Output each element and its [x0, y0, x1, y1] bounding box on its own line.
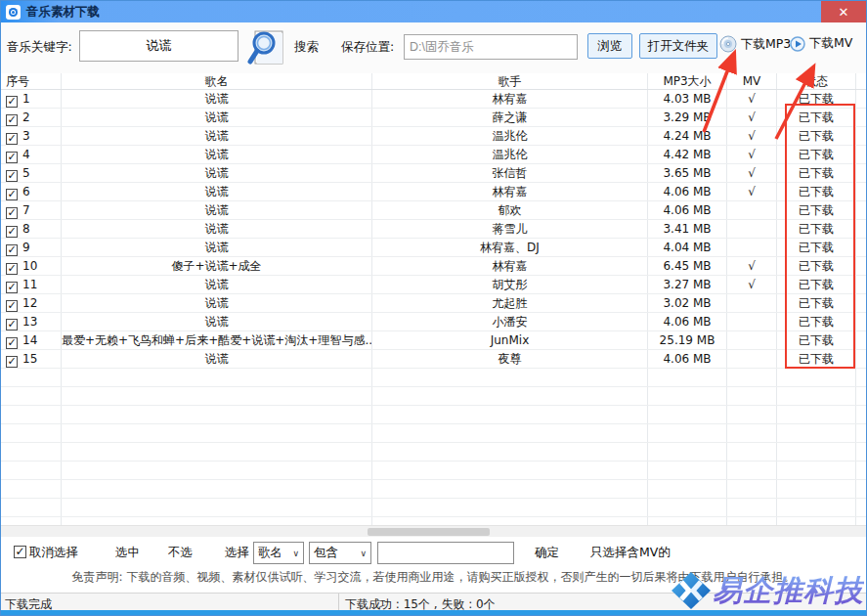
size-cell: 4.24 MB [648, 127, 727, 145]
row-checkbox[interactable]: ✓ [6, 114, 18, 126]
table-row[interactable]: ✓10傻子+说谎+成全林宥嘉6.45 MB√已下载 [1, 257, 867, 276]
status-cell: 已下载 [777, 164, 856, 182]
header-singer[interactable]: 歌手 [372, 73, 648, 89]
cancel-select-checkbox[interactable]: ✓ [14, 546, 26, 558]
row-checkbox[interactable]: ✓ [6, 133, 18, 145]
toolbar: 音乐关键字: 搜索 保存位置: 浏览 打开文件夹 下载MP3 [1, 22, 866, 73]
field-dropdown-value: 歌名 [258, 545, 282, 561]
table-row[interactable]: ✓4说谎温兆伦4.42 MB√已下载 [1, 146, 867, 164]
table-row[interactable]: ✓9说谎林宥嘉、DJ4.04 MB已下载 [1, 239, 867, 257]
empty-table-row [1, 443, 867, 462]
row-checkbox[interactable]: ✓ [6, 300, 18, 312]
singer-cell: 林宥嘉、DJ [372, 239, 648, 256]
browse-button[interactable]: 浏览 [587, 33, 632, 59]
row-checkbox[interactable]: ✓ [6, 337, 18, 349]
header-song[interactable]: 歌名 [62, 73, 372, 89]
save-path-input[interactable] [404, 34, 578, 60]
search-magnifier-icon[interactable] [247, 29, 288, 66]
row-checkbox[interactable]: ✓ [6, 244, 18, 256]
filter-input[interactable] [377, 542, 514, 564]
table-row[interactable]: ✓14最爱+无赖+飞鸟和蝉+后来+酷爱+说谎+淘汰+理智与感...JunMix2… [1, 331, 867, 350]
mv-flag-cell: √ [727, 109, 777, 126]
empty-table-row [1, 387, 867, 406]
filler-cell [856, 313, 867, 330]
row-checkbox[interactable]: ✓ [6, 170, 18, 182]
row-num-cell: ✓5 [1, 164, 62, 182]
empty-cell [1, 462, 62, 479]
horizontal-scrollbar[interactable] [1, 525, 867, 537]
select-button[interactable]: 选中 [115, 545, 140, 561]
row-number: 2 [22, 110, 30, 124]
filler-cell [856, 127, 867, 145]
close-button[interactable]: ✕ [821, 1, 866, 22]
empty-cell [856, 480, 867, 498]
row-num-cell: ✓15 [1, 350, 62, 368]
table-row[interactable]: ✓12说谎尤起胜3.02 MB已下载 [1, 294, 867, 313]
chevron-down-icon: ∨ [360, 549, 367, 558]
table-row[interactable]: ✓6说谎林宥嘉4.06 MB√已下载 [1, 183, 867, 201]
table-row[interactable]: ✓2说谎薛之谦3.29 MB√已下载 [1, 109, 867, 127]
row-checkbox[interactable]: ✓ [6, 152, 18, 163]
row-number: 13 [22, 315, 37, 329]
mv-flag-cell [727, 313, 777, 330]
field-dropdown[interactable]: 歌名 ∨ [253, 542, 304, 564]
empty-cell [648, 499, 727, 516]
filler-cell [856, 239, 867, 256]
mv-flag-cell: √ [727, 127, 777, 145]
empty-cell [1, 369, 62, 386]
table-row[interactable]: ✓1说谎林宥嘉4.03 MB√已下载 [1, 90, 867, 109]
song-name-cell: 说谎 [62, 146, 372, 163]
table-row[interactable]: ✓13说谎小潘安4.06 MB已下载 [1, 313, 867, 331]
row-number: 15 [22, 352, 37, 366]
empty-cell [856, 406, 867, 423]
row-num-cell: ✓1 [1, 90, 62, 108]
row-checkbox[interactable]: ✓ [6, 356, 18, 368]
header-mv[interactable]: MV [727, 73, 777, 89]
song-name-cell: 说谎 [62, 201, 372, 219]
row-checkbox[interactable]: ✓ [6, 207, 18, 219]
search-label[interactable]: 搜索 [294, 39, 319, 56]
match-dropdown[interactable]: 包含 ∨ [309, 542, 371, 564]
empty-cell [372, 499, 648, 516]
filler-cell [856, 201, 867, 219]
row-checkbox[interactable]: ✓ [6, 282, 18, 293]
empty-cell [727, 424, 777, 442]
empty-cell [62, 424, 372, 442]
table-row[interactable]: ✓7说谎郁欢4.06 MB已下载 [1, 201, 867, 220]
header-status[interactable]: 状态 [777, 73, 856, 89]
table-row[interactable]: ✓15说谎夜尊4.06 MB已下载 [1, 350, 867, 369]
only-mv-button[interactable]: 只选择含MV的 [590, 545, 671, 561]
size-cell: 6.45 MB [648, 257, 727, 275]
empty-cell [648, 480, 727, 498]
table-row[interactable]: ✓11说谎胡艾彤3.27 MB√已下载 [1, 276, 867, 294]
table-row[interactable]: ✓8说谎蒋雪儿3.41 MB已下载 [1, 220, 867, 239]
status-cell: 已下载 [777, 257, 856, 275]
empty-cell [856, 387, 867, 405]
table-row[interactable]: ✓3说谎温兆伦4.24 MB√已下载 [1, 127, 867, 146]
deselect-button[interactable]: 不选 [168, 545, 193, 561]
confirm-button[interactable]: 确定 [535, 545, 559, 561]
empty-cell [1, 424, 62, 442]
row-checkbox[interactable]: ✓ [6, 263, 18, 275]
empty-cell [777, 462, 856, 479]
empty-cell [372, 406, 648, 423]
download-mp3-button[interactable]: 下载MP3 [719, 35, 791, 53]
row-number: 12 [22, 296, 37, 310]
row-checkbox[interactable]: ✓ [6, 189, 18, 200]
empty-cell [777, 443, 856, 461]
empty-cell [372, 480, 648, 498]
scrollbar-thumb[interactable] [368, 528, 490, 536]
header-filler [856, 73, 867, 89]
download-mv-button[interactable]: 下载MV [790, 35, 852, 52]
row-checkbox[interactable]: ✓ [6, 96, 18, 108]
table-row[interactable]: ✓5说谎张信哲3.65 MB√已下载 [1, 164, 867, 183]
open-folder-button[interactable]: 打开文件夹 [639, 33, 717, 59]
row-checkbox[interactable]: ✓ [6, 226, 18, 238]
row-checkbox[interactable]: ✓ [6, 319, 18, 330]
header-size[interactable]: MP3大小 [648, 73, 727, 89]
row-number: 3 [22, 129, 30, 143]
keyword-input[interactable] [79, 30, 238, 62]
header-num[interactable]: 序号 [1, 73, 62, 89]
row-num-cell: ✓6 [1, 183, 62, 200]
cancel-select-label[interactable]: 取消选择 [29, 545, 78, 561]
